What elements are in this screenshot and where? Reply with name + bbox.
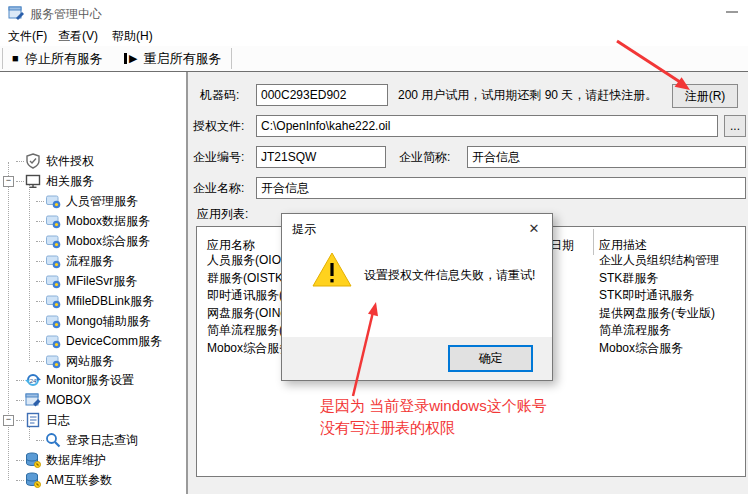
app-window: 服务管理中心 文件(F) 查看(V) 帮助(H) ■ 停止所有服务 ▶ 重启所有… (0, 0, 748, 494)
app-desc-cell: 简单流程服务 (599, 322, 671, 339)
dialog-title: 提示 (292, 221, 316, 238)
app-name-cell: 网盘服务(OINet (207, 305, 290, 322)
register-button[interactable]: 注册(R) (672, 84, 738, 108)
dialog-footer: 确定 (282, 337, 552, 380)
license-file-label: 授权文件: (193, 115, 244, 137)
trial-notice: 200 用户试用，试用期还剩 90 天，请赶快注册。 (398, 84, 657, 106)
license-file-field[interactable]: C:\OpenInfo\kahe222.oil (256, 115, 718, 137)
app-list-label: 应用列表: (197, 203, 248, 225)
message-dialog: 提示 ✕ 设置授权文件信息失败，请重试! 确定 (281, 213, 553, 381)
company-code-label: 企业编号: (193, 146, 244, 168)
company-name-label: 企业名称: (193, 177, 244, 199)
app-name-cell: 人员服务(OIOrg (207, 252, 292, 269)
company-short-field[interactable]: 开合信息 (467, 146, 746, 168)
machine-code-field[interactable]: 000C293ED902 (256, 84, 388, 106)
app-name-cell: Mobox综合服务 (207, 340, 291, 357)
app-desc-cell: Mobox综合服务 (599, 340, 683, 357)
app-name-cell: 即时通讯服务( (207, 287, 283, 304)
app-desc-cell: STK即时通讯服务 (599, 287, 694, 304)
company-short-label: 企业简称: (399, 146, 450, 168)
company-code-field[interactable]: JT21SQW (256, 146, 386, 168)
app-desc-cell: 企业人员组织结构管理 (599, 252, 719, 269)
app-name-cell: 简单流程服务( (207, 322, 283, 339)
dialog-message: 设置授权文件信息失败，请重试! (364, 267, 535, 284)
machine-code-label: 机器码: (200, 84, 239, 106)
ok-button[interactable]: 确定 (448, 345, 533, 372)
close-icon[interactable]: ✕ (516, 214, 552, 242)
browse-button[interactable]: ... (724, 115, 746, 137)
app-desc-cell: 提供网盘服务(专业版) (599, 305, 715, 322)
company-name-field[interactable]: 开合信息 (256, 177, 746, 199)
warning-icon (312, 252, 352, 288)
app-desc-cell: STK群服务 (599, 270, 658, 287)
